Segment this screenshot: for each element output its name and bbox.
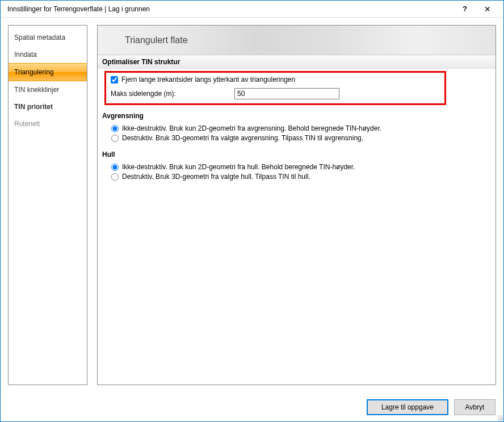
main-panel: Triangulert flate Optimaliser TIN strukt… [97, 25, 496, 385]
highlight-box: Fjern lange trekantsider langs ytterkant… [104, 71, 446, 105]
help-button[interactable]: ? [453, 1, 476, 17]
radio-row-hull-1[interactable]: Ikke-destruktiv. Bruk kun 2D-geometri fr… [111, 163, 491, 171]
sidebar-item-tin-knekklinjer[interactable]: TIN knekklinjer [9, 81, 87, 98]
hull-radio-nondestructive[interactable] [111, 164, 119, 171]
sidebar-item-rutenett[interactable]: Rutenett [9, 115, 87, 132]
section-title-optimaliser: Optimaliser TIN struktur [98, 56, 495, 69]
avgrensning-radio-destructive[interactable] [111, 135, 119, 142]
remove-long-edges-label: Fjern lange trekantsider langs ytterkant… [121, 76, 295, 83]
resize-grip-icon[interactable] [497, 415, 503, 421]
save-button[interactable]: Lagre til oppgave [367, 399, 448, 415]
sidebar-item-tin-prioritet[interactable]: TIN prioritet [9, 98, 87, 115]
avgrensning-radio-nondestructive[interactable] [111, 125, 119, 132]
remove-long-edges-checkbox[interactable] [111, 76, 118, 83]
hull-radio-destructive[interactable] [111, 173, 119, 181]
max-side-length-input[interactable] [234, 88, 339, 99]
sidebar-item-spatial-metadata[interactable]: Spatial metadata [9, 29, 87, 46]
hull-label-1: Ikke-destruktiv. Bruk kun 2D-geometri fr… [122, 163, 355, 171]
panel-body: Optimaliser TIN struktur Fjern lange tre… [98, 56, 495, 385]
hull-label-2: Destruktiv. Bruk 3D-geometri fra valgte … [122, 173, 310, 181]
window-title: Innstillinger for Terrengoverflate | Lag… [7, 5, 453, 13]
section-title-avgrensning: Avgrensning [98, 108, 495, 122]
footer: Lagre til oppgave Avbryt [1, 393, 503, 421]
sidebar-item-inndata[interactable]: Inndata [9, 46, 87, 63]
radio-group-avgrensning: Ikke-destruktiv. Bruk kun 2D-geometri fr… [98, 122, 495, 147]
section-title-hull: Hull [98, 147, 495, 160]
titlebar: Innstillinger for Terrengoverflate | Lag… [1, 1, 503, 18]
radio-row-avgrensning-1[interactable]: Ikke-destruktiv. Bruk kun 2D-geometri fr… [111, 124, 491, 132]
close-button[interactable]: ✕ [476, 1, 499, 17]
max-side-length-label: Maks sidelengde (m): [111, 90, 230, 98]
panel-heading: Triangulert flate [98, 26, 495, 55]
avgrensning-label-2: Destruktiv. Bruk 3D-geometri fra valgte … [122, 134, 363, 142]
radio-row-avgrensning-2[interactable]: Destruktiv. Bruk 3D-geometri fra valgte … [111, 134, 491, 142]
radio-row-hull-2[interactable]: Destruktiv. Bruk 3D-geometri fra valgte … [111, 173, 491, 181]
checkbox-row-remove-edges: Fjern lange trekantsider langs ytterkant… [111, 76, 440, 83]
radio-group-hull: Ikke-destruktiv. Bruk kun 2D-geometri fr… [98, 160, 495, 186]
sidebar: Spatial metadata Inndata Triangulering T… [8, 25, 87, 385]
avgrensning-label-1: Ikke-destruktiv. Bruk kun 2D-geometri fr… [122, 124, 381, 132]
content-area: Spatial metadata Inndata Triangulering T… [1, 18, 503, 392]
sidebar-item-triangulering[interactable]: Triangulering [9, 63, 87, 81]
cancel-button[interactable]: Avbryt [454, 399, 495, 415]
field-row-max-length: Maks sidelengde (m): [111, 88, 440, 99]
